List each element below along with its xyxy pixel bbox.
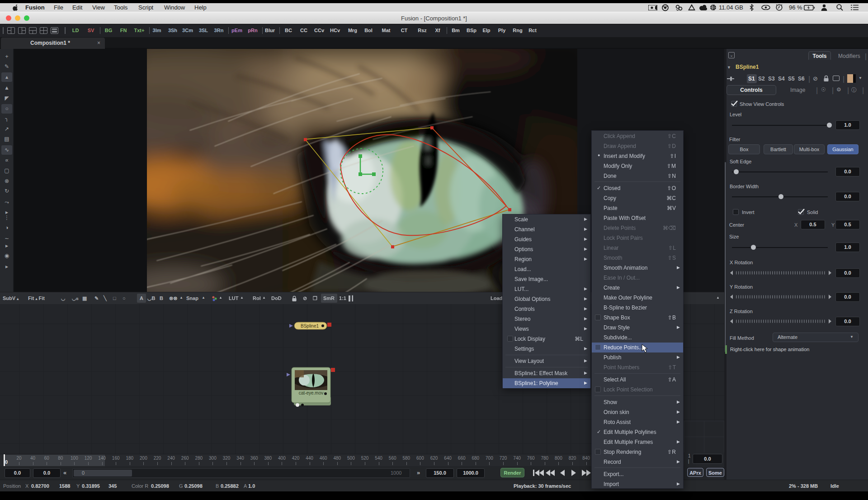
- svg-text:BSpline1: BSpline1: [301, 324, 319, 329]
- svg-text:cat-eye.mov: cat-eye.mov: [299, 390, 323, 395]
